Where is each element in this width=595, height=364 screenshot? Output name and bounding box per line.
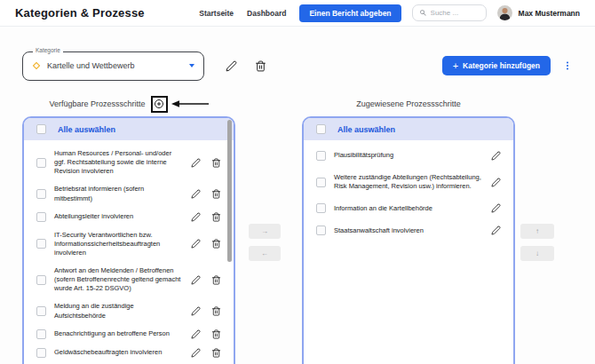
edit-item-button[interactable] [191, 189, 201, 199]
available-header: Verfügbare Prozessschritte [22, 94, 235, 114]
move-right-button[interactable]: → [249, 224, 281, 239]
delete-item-button[interactable] [211, 348, 221, 358]
page-title: Kategorien & Prozesse [15, 6, 145, 20]
item-label: Abteilungsleiter involvieren [54, 212, 183, 221]
edit-item-button[interactable] [191, 275, 201, 285]
edit-item-button[interactable] [191, 212, 201, 222]
pencil-icon [191, 348, 201, 358]
available-title: Verfügbare Prozessschritte [49, 99, 145, 108]
edit-item-button[interactable] [191, 239, 201, 249]
pencil-icon [491, 178, 501, 187]
item-checkbox[interactable] [316, 203, 326, 213]
item-label: Antwort an den Meldenden / Betroffenen (… [54, 266, 183, 293]
delete-item-button[interactable] [211, 158, 221, 168]
list-item[interactable]: Meldung an die zuständige Aufsichtsbehör… [28, 297, 230, 324]
item-label: Weitere zuständige Abteilungen (Rechtsab… [334, 173, 483, 191]
select-all-checkbox[interactable] [36, 124, 46, 134]
available-rows: Human Resources / Personal- und/oder ggf… [24, 140, 234, 364]
list-item[interactable]: Plausibilitätsprüfung [307, 145, 510, 167]
list-item[interactable]: Weitere zuständige Abteilungen (Rechtsab… [307, 167, 510, 197]
pencil-icon [191, 306, 201, 316]
item-checkbox[interactable] [36, 239, 46, 249]
delete-item-button[interactable] [211, 212, 221, 222]
nav-startseite[interactable]: Startseite [199, 9, 234, 18]
item-checkbox[interactable] [36, 189, 46, 199]
trash-icon [211, 239, 221, 249]
edit-item-button[interactable] [191, 306, 201, 316]
list-item[interactable]: Geldwäschebeauftragten involvieren [28, 344, 230, 362]
move-down-button[interactable]: ↓ [520, 246, 554, 261]
avatar[interactable] [497, 5, 512, 20]
pencil-icon [191, 158, 201, 168]
assigned-select-all[interactable]: Alle auswählen [304, 118, 513, 140]
delete-category-button[interactable] [255, 60, 266, 72]
list-item[interactable]: Abteilungsleiter involvieren [28, 208, 230, 226]
search-input[interactable] [431, 9, 480, 17]
item-checkbox[interactable] [36, 158, 46, 168]
assigned-rows: Plausibilitätsprüfung Weitere zuständige… [304, 140, 513, 246]
item-label: Information an die Kartellbehörde [334, 204, 483, 213]
list-item[interactable]: Benachrichtigung an betroffene Person [28, 325, 230, 344]
item-checkbox[interactable] [316, 178, 326, 187]
item-checkbox[interactable] [36, 275, 46, 285]
annotation-highlight-box [151, 96, 168, 113]
pencil-icon [226, 60, 237, 72]
list-item[interactable]: IT-Security Verantwortlichen bzw. Inform… [28, 226, 230, 262]
edit-item-button[interactable] [191, 348, 201, 358]
nav-dashboard[interactable]: Dashboard [247, 9, 286, 18]
delete-item-button[interactable] [211, 275, 221, 285]
item-checkbox[interactable] [36, 348, 46, 358]
edit-item-button[interactable] [491, 178, 501, 187]
trash-icon [255, 60, 266, 72]
select-all-checkbox[interactable] [316, 124, 326, 134]
add-category-button[interactable]: + Kategorie hinzufügen [442, 56, 551, 75]
category-menu-button[interactable] [562, 59, 573, 72]
category-select[interactable]: Kategorie Kartelle und Wettbewerb [22, 51, 204, 81]
item-label: Human Resources / Personal- und/oder ggf… [54, 149, 183, 176]
item-label: Geldwäschebeauftragten involvieren [54, 348, 183, 357]
edit-item-button[interactable] [491, 151, 501, 161]
delete-item-button[interactable] [211, 239, 221, 249]
trash-icon [211, 189, 221, 199]
add-category-label: Kategorie hinzufügen [463, 61, 540, 70]
item-label: IT-Security Verantwortlichen bzw. Inform… [54, 231, 183, 257]
select-all-label: Alle auswählen [337, 125, 395, 134]
category-selected-value: Kartelle und Wettbewerb [47, 61, 189, 70]
list-item[interactable]: Betriebsrat informieren (sofern mitbesti… [28, 180, 230, 207]
item-checkbox[interactable] [36, 212, 46, 222]
move-left-button[interactable]: ← [249, 246, 281, 261]
edit-item-button[interactable] [491, 203, 501, 213]
item-label: Plausibilitätsprüfung [334, 151, 483, 160]
chevron-down-icon [189, 64, 194, 67]
submit-report-button[interactable]: Einen Bericht abgeben [299, 4, 401, 22]
edit-item-button[interactable] [191, 329, 201, 339]
item-checkbox[interactable] [36, 306, 46, 316]
edit-category-button[interactable] [226, 60, 237, 72]
move-up-button[interactable]: ↑ [520, 224, 554, 239]
add-process-step-button[interactable] [154, 99, 164, 109]
pencil-icon [491, 151, 501, 161]
delete-item-button[interactable] [211, 329, 221, 339]
edit-item-button[interactable] [191, 158, 201, 168]
assigned-header: Zugewiesene Prozessschritte [302, 94, 515, 114]
list-item[interactable]: Human Resources / Personal- und/oder ggf… [28, 145, 230, 180]
scrollbar-thumb[interactable] [227, 120, 232, 262]
item-checkbox[interactable] [316, 151, 326, 161]
list-item[interactable]: Information an die Kartellbehörde [307, 197, 510, 219]
search-box[interactable] [412, 4, 487, 21]
edit-item-button[interactable] [491, 226, 501, 235]
item-checkbox[interactable] [36, 329, 46, 339]
pencil-icon [191, 212, 201, 222]
delete-item-button[interactable] [211, 189, 221, 199]
user-name: Max Mustermann [519, 9, 580, 18]
kebab-menu-icon [562, 59, 573, 72]
category-field-label: Kategorie [33, 48, 63, 54]
list-item[interactable]: Antwort an den Meldenden / Betroffenen (… [28, 262, 230, 297]
pencil-icon [491, 203, 501, 213]
item-checkbox[interactable] [316, 226, 326, 235]
delete-item-button[interactable] [211, 306, 221, 316]
available-select-all[interactable]: Alle auswählen [24, 118, 234, 140]
item-label: Betriebsrat informieren (sofern mitbesti… [54, 185, 183, 202]
list-item[interactable]: Staatsanwaltschaft involvieren [307, 219, 510, 241]
category-diamond-icon [33, 62, 40, 69]
